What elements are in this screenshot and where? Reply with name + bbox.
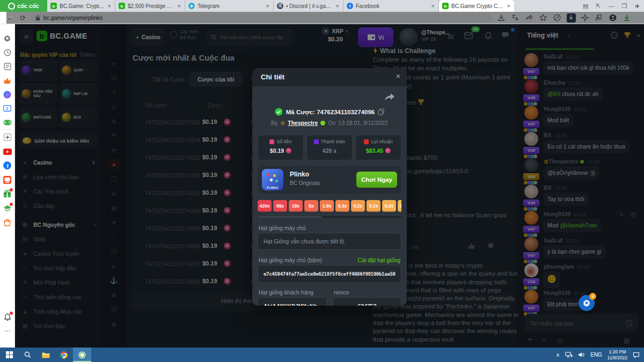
panel-icon[interactable]: ⇱: [596, 3, 601, 10]
reader-mode-icon[interactable]: ▤: [583, 3, 588, 10]
reload-button[interactable]: ⟳: [20, 14, 26, 22]
sidebar-item-t-nh-bi-n-ng-cao[interactable]: ∿Tính biến động cao: [15, 290, 102, 304]
trophy-icon[interactable]: [624, 32, 631, 40]
avatar[interactable]: [524, 106, 538, 120]
bcgame-logo[interactable]: b BC.GAME: [36, 31, 87, 41]
server-seed-hash-input[interactable]: e7c459474fa77ae5ce9e6218f5f8ceff4086f991…: [258, 265, 401, 283]
bets-tab[interactable]: Tất cả Cược: [152, 76, 185, 83]
game-strip-icon[interactable]: ⚂: [108, 246, 120, 257]
settings-icon[interactable]: [3, 34, 12, 43]
multiplier-chip[interactable]: 0.2x: [367, 200, 380, 212]
game-search[interactable]: [207, 28, 292, 46]
avatar[interactable]: [524, 132, 538, 146]
sidebar-item-l-a-ch-n-cho-b-n[interactable]: ⊞Lựa chọn cho bạn: [15, 169, 102, 184]
game-strip-icon[interactable]: ⚄: [108, 72, 120, 84]
game-strip-icon[interactable]: ♞: [108, 115, 120, 127]
game-strip-icon[interactable]: ⚅: [108, 304, 120, 315]
pencil-icon[interactable]: ✎: [542, 337, 547, 344]
multiplier-chip[interactable]: 0.2x: [398, 200, 401, 212]
rain-icon[interactable]: ☂: [527, 337, 533, 344]
multiplier-chip[interactable]: 420x: [258, 200, 272, 212]
gift-icon[interactable]: [3, 189, 12, 198]
user-avatar[interactable]: [399, 28, 418, 46]
like-icon[interactable]: [468, 242, 475, 251]
vip-promo-tile[interactable]: SHITCODE: [19, 107, 57, 128]
chat-username[interactable]: Elencha13:20: [544, 79, 581, 86]
bets-tab[interactable]: Cược của tôi: [189, 72, 243, 87]
game-strip-icon[interactable]: ☯: [108, 260, 120, 272]
chrome-button[interactable]: [55, 348, 73, 362]
sidebar-item-bc-nguy-n-g-c[interactable]: ◉BC Nguyên gốc›: [15, 217, 102, 232]
multiplier-chip[interactable]: 5x: [304, 200, 318, 212]
clock[interactable]: 1:20 PM11/8/2022: [608, 349, 627, 360]
coccoc-taskbar-button[interactable]: [73, 348, 91, 362]
education-icon[interactable]: [3, 204, 12, 213]
multiplier-chip[interactable]: 56x: [273, 200, 287, 212]
avatar[interactable]: [524, 263, 538, 277]
tab-close-icon[interactable]: ×: [107, 3, 112, 9]
game-strip-icon[interactable]: ☆: [108, 231, 120, 243]
game-strip-icon[interactable]: ●: [108, 159, 120, 171]
sidebar-item-t-nh-n-ng-mua-v-o[interactable]: ▲Tính năng Mua vào: [15, 304, 102, 319]
comment-icon[interactable]: [487, 242, 494, 250]
mention-icon[interactable]: @: [631, 212, 636, 218]
vip-promo-tile[interactable]: HOÀN TIỀN XẤU: [19, 83, 57, 105]
game-strip-icon[interactable]: ◆: [108, 318, 120, 330]
sidebar-item-casino[interactable]: ♦Casino∨: [15, 155, 102, 169]
nonce-input[interactable]: 624752: [333, 297, 401, 306]
chat-rules-icon[interactable]: !: [611, 32, 618, 40]
modal-close-icon[interactable]: ×: [396, 72, 400, 80]
game-strip-icon[interactable]: ♣: [108, 144, 120, 156]
sidebar-item-tr-ch-i-b-n[interactable]: ▦Trò chơi Bàn: [15, 319, 102, 333]
balance-selector[interactable]: ✕ XRP ∨ $0.20: [317, 27, 354, 42]
adblock-icon[interactable]: [553, 13, 562, 23]
browser-tab[interactable]: fFacebook×: [343, 0, 439, 12]
client-seed-input[interactable]: AkiA4XKKPJMXeNb: [258, 297, 327, 306]
extensions-icon[interactable]: [581, 13, 590, 23]
multiplier-chip[interactable]: 18x: [289, 200, 303, 212]
avatar[interactable]: [524, 158, 538, 172]
chat-input-box[interactable]: [525, 314, 638, 333]
search-input[interactable]: [220, 34, 284, 40]
chat-username[interactable]: Hung910913:20: [544, 106, 586, 112]
more-icon[interactable]: ⋯: [3, 326, 12, 335]
hidden-icons-button[interactable]: ∧: [556, 352, 560, 358]
game-strip-icon[interactable]: ⚑: [108, 130, 120, 142]
chat-username[interactable]: phuonglam13:20: [544, 263, 589, 270]
avatar[interactable]: [524, 237, 538, 251]
menu-toggle-button[interactable]: ≡: [19, 29, 33, 43]
multiplier-chip[interactable]: 0.3x: [335, 200, 349, 212]
server-seed-input[interactable]: Hạt Giống vẫn chưa được tiết lộ.: [258, 233, 401, 250]
vip-promo-tile[interactable]: NẠP LẠI: [60, 83, 98, 105]
tab-close-icon[interactable]: ×: [335, 3, 340, 9]
sidebar-item-tr-ch-i-h-p-d-n[interactable]: ♨Trò chơi hấp dẫn: [15, 261, 102, 275]
share-icon[interactable]: [384, 93, 395, 104]
url-bar[interactable]: bc.game/vi/game/plinko: [31, 13, 493, 23]
user-info[interactable]: @Thespe... VIP 29: [421, 29, 450, 42]
zalo-icon[interactable]: Z: [3, 104, 12, 113]
sidebar-item-m-i-ph-t-h-nh[interactable]: ✈Mới Phát hành: [15, 275, 102, 290]
share-icon[interactable]: [525, 13, 534, 23]
vip-promo-tile[interactable]: BCD: [60, 107, 98, 128]
mail-icon[interactable]: [464, 32, 473, 41]
chat-username[interactable]: BX13:20: [544, 132, 567, 138]
game-strip-icon[interactable]: ⚓: [108, 275, 120, 286]
game-strip-icon[interactable]: ⚀: [108, 173, 120, 185]
avatar[interactable]: [524, 79, 538, 93]
chat-language-selector[interactable]: Tiếng việt: [527, 32, 558, 39]
shop-icon[interactable]: [3, 218, 12, 227]
start-button[interactable]: [0, 348, 18, 362]
back-button[interactable]: ←: [6, 14, 13, 22]
game-strip-icon[interactable]: ♛: [108, 188, 120, 200]
chat-username[interactable]: ♔Thespectre 13:20: [544, 158, 599, 165]
reading-list-icon[interactable]: [3, 62, 12, 71]
multiplier-chip[interactable]: 1.9x: [320, 200, 334, 212]
avatar[interactable]: [524, 184, 538, 198]
vip-crown-icon[interactable]: [3, 76, 12, 85]
avatar[interactable]: [524, 53, 538, 67]
chat-icon[interactable]: [502, 32, 510, 41]
close-button[interactable]: ×: [634, 2, 639, 10]
bell-icon[interactable]: [485, 32, 492, 42]
sidebar-item-c-c-y-u-th-ch[interactable]: ★Các Yêu thích: [15, 184, 102, 198]
emoji-icon[interactable]: [625, 320, 633, 327]
